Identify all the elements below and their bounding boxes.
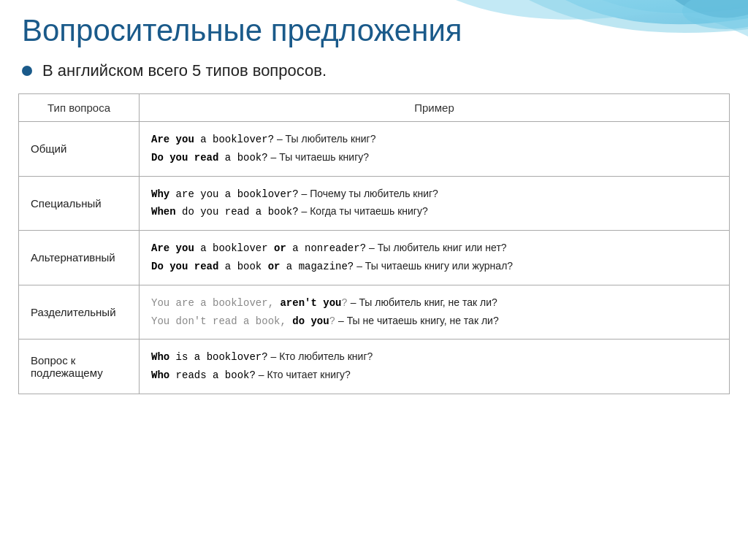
- table-row: РазделительныйYou are a booklover, aren'…: [19, 285, 730, 340]
- example-cell: Are you a booklover or a nonreader? – Ты…: [140, 231, 730, 285]
- question-types-table: Тип вопроса Пример ОбщийAre you a booklo…: [18, 93, 730, 394]
- question-type-cell: Вопрос к подлежащему: [19, 340, 140, 394]
- col1-header: Тип вопроса: [19, 94, 140, 122]
- table-row: АльтернативныйAre you a booklover or a n…: [19, 231, 730, 285]
- subtitle-text: В английском всего 5 типов вопросов.: [42, 61, 327, 80]
- page-title: Вопросительные предложения: [0, 0, 748, 55]
- question-type-cell: Общий: [19, 122, 140, 177]
- subtitle-section: В английском всего 5 типов вопросов.: [0, 55, 748, 93]
- question-type-cell: Альтернативный: [19, 231, 140, 285]
- table-row: Вопрос к подлежащемуWho is a booklover? …: [19, 340, 730, 394]
- example-cell: You are a booklover, aren't you? – Ты лю…: [140, 285, 730, 340]
- question-type-cell: Специальный: [19, 176, 140, 231]
- question-type-cell: Разделительный: [19, 285, 140, 340]
- table-header-row: Тип вопроса Пример: [19, 94, 730, 122]
- col2-header: Пример: [140, 94, 730, 122]
- example-cell: Who is a booklover? – Кто любитель книг?…: [140, 340, 730, 394]
- table-row: СпециальныйWhy are you a booklover? – По…: [19, 176, 730, 231]
- bullet-icon: [22, 66, 32, 76]
- example-cell: Why are you a booklover? – Почему ты люб…: [140, 176, 730, 231]
- example-cell: Are you a booklover? – Ты любитель книг?…: [140, 122, 730, 177]
- table-row: ОбщийAre you a booklover? – Ты любитель …: [19, 122, 730, 177]
